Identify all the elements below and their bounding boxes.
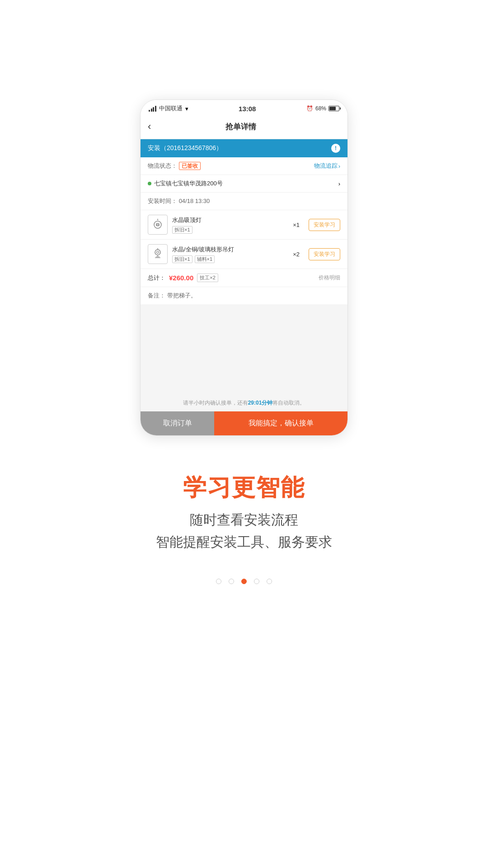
logistics-status-badge: 已签收 <box>179 162 201 170</box>
dot-2[interactable] <box>229 579 234 584</box>
gray-area <box>141 304 347 395</box>
wifi-icon: ▾ <box>185 105 188 112</box>
learn-btn-1[interactable]: 安装学习 <box>309 219 340 231</box>
app-header: ‹ 抢单详情 <box>141 116 347 139</box>
dot-3-active[interactable] <box>241 579 247 584</box>
total-amount: ¥260.00 <box>169 274 193 282</box>
dot-1[interactable] <box>216 579 221 584</box>
status-bar: 中国联通 ▾ 13:08 ⏰ 68% <box>141 100 347 116</box>
status-left: 中国联通 ▾ <box>149 104 188 113</box>
marketing-sub1: 随时查看安装流程 <box>156 511 332 529</box>
dot-4[interactable] <box>254 579 259 584</box>
battery-icon <box>328 106 339 111</box>
product-name-2: 水晶/全铜/玻璃枝形吊灯 <box>172 245 288 254</box>
pagination-dots <box>216 579 272 584</box>
marketing-sub2: 智能提醒安装工具、服务要求 <box>156 533 332 552</box>
product-tags-1: 拆旧×1 <box>172 226 288 234</box>
bottom-buttons: 取消订单 我能搞定，确认接单 <box>141 411 347 435</box>
battery-percent: 68% <box>315 105 326 112</box>
product-qty-1: ×1 <box>293 222 300 228</box>
banner-alert-icon: ! <box>331 144 340 153</box>
product-icon-1 <box>148 215 168 235</box>
product-tag-2-1: 辅料×1 <box>195 255 215 263</box>
product-qty-2: ×2 <box>293 251 300 258</box>
dot-5[interactable] <box>267 579 272 584</box>
address-chevron-icon: › <box>338 180 340 187</box>
tech-badge: 技工×2 <box>197 274 218 282</box>
learn-btn-2[interactable]: 安装学习 <box>309 248 340 260</box>
back-button[interactable]: ‹ <box>148 120 155 133</box>
product-info-1: 水晶吸顶灯 拆旧×1 <box>172 216 288 234</box>
battery-fill <box>329 107 336 110</box>
track-chevron-icon: › <box>338 163 340 170</box>
product-info-2: 水晶/全铜/玻璃枝形吊灯 拆旧×1 辅料×1 <box>172 245 288 263</box>
install-time-row: 安装时间： 04/18 13:30 <box>141 193 347 210</box>
carrier-label: 中国联通 <box>159 104 183 113</box>
logistics-row: 物流状态： 已签收 物流追踪 › <box>141 157 347 175</box>
cancel-order-button[interactable]: 取消订单 <box>141 411 214 435</box>
marketing-title: 学习更智能 <box>156 472 332 504</box>
address-left: 七宝镇七宝镇华茂路200号 <box>148 179 223 188</box>
page-title: 抢单详情 <box>155 122 327 132</box>
status-right: ⏰ 68% <box>306 105 339 112</box>
timer-notice: 请半小时内确认接单，还有29:01分钟将自动取消。 <box>141 395 347 411</box>
product-icon-2 <box>148 244 168 264</box>
content-area: 物流状态： 已签收 物流追踪 › 七宝镇七宝镇华茂路200号 › 安装时间： 0… <box>141 157 347 435</box>
phone-mockup: 中国联通 ▾ 13:08 ⏰ 68% ‹ 抢单详情 安装（20161234567… <box>140 99 348 436</box>
product-name-1: 水晶吸顶灯 <box>172 216 288 224</box>
logistics-label: 物流状态： 已签收 <box>148 162 201 170</box>
alarm-icon: ⏰ <box>306 105 313 112</box>
product-row-2: 水晶/全铜/玻璃枝形吊灯 拆旧×1 辅料×1 ×2 安装学习 <box>141 240 347 269</box>
logistics-track-button[interactable]: 物流追踪 › <box>314 162 340 170</box>
product-tag-2-0: 拆旧×1 <box>172 255 192 263</box>
svg-point-6 <box>155 250 160 255</box>
product-tags-2: 拆旧×1 辅料×1 <box>172 255 288 263</box>
order-banner-text: 安装（20161234567806） <box>148 144 222 152</box>
green-dot-icon <box>148 182 151 185</box>
note-row: 备注： 带把梯子。 <box>141 287 347 304</box>
timer-highlight: 29:01分钟 <box>248 400 273 406</box>
product-tag-1-0: 拆旧×1 <box>172 226 192 234</box>
svg-point-11 <box>157 251 159 254</box>
clock: 13:08 <box>239 105 256 113</box>
total-row: 总计： ¥260.00 技工×2 价格明细 <box>141 269 347 287</box>
product-row-1: 水晶吸顶灯 拆旧×1 ×1 安装学习 <box>141 210 347 240</box>
price-detail-link[interactable]: 价格明细 <box>319 274 340 282</box>
signal-bars-icon <box>149 106 156 112</box>
marketing-section: 学习更智能 随时查看安装流程 智能提醒安装工具、服务要求 <box>156 472 332 552</box>
total-label: 总计： <box>148 274 165 282</box>
order-banner: 安装（20161234567806） ! <box>141 139 347 157</box>
address-text: 七宝镇七宝镇华茂路200号 <box>154 179 223 188</box>
confirm-order-button[interactable]: 我能搞定，确认接单 <box>214 411 347 435</box>
address-row[interactable]: 七宝镇七宝镇华茂路200号 › <box>141 175 347 193</box>
